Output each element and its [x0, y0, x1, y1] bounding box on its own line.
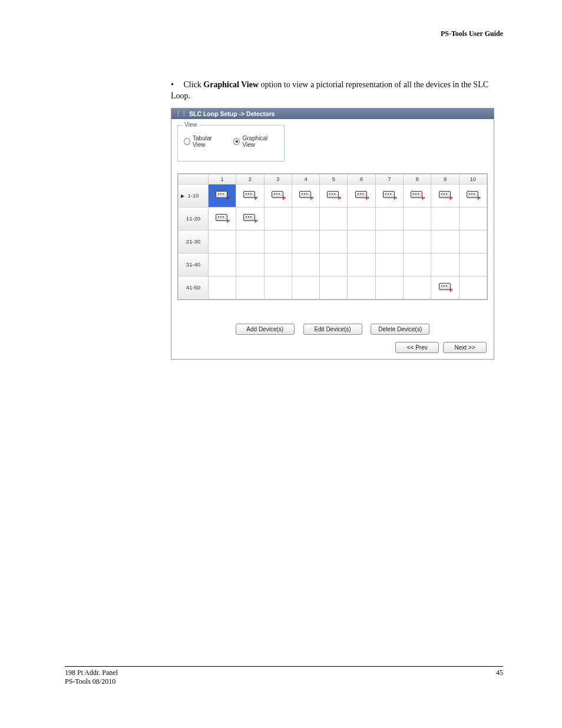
grid-col-header[interactable]: 9 [431, 174, 459, 184]
device-cell[interactable] [404, 276, 431, 299]
next-button[interactable]: Next >> [443, 342, 487, 353]
device-cell[interactable] [459, 253, 487, 276]
detector-icon: P [355, 190, 368, 200]
device-cell[interactable] [209, 276, 236, 299]
device-cell[interactable]: P [320, 184, 348, 207]
window-title: SLC Loop Setup -> Detectors [189, 110, 275, 117]
grid-col-header[interactable]: 2 [236, 174, 264, 184]
radio-icon [233, 138, 240, 145]
device-cell[interactable] [209, 230, 236, 253]
device-cell[interactable]: P [431, 276, 459, 299]
detector-icon: P [467, 190, 480, 200]
detector-icon: P [243, 213, 256, 223]
detector-icon: P [216, 190, 229, 200]
grid-col-header[interactable]: 7 [375, 174, 403, 184]
device-cell[interactable] [348, 230, 375, 253]
footer-line1: 198 Pt Addr. Panel [65, 668, 118, 677]
tabular-view-radio[interactable]: Tabular View [184, 135, 223, 148]
device-cell[interactable] [292, 276, 319, 299]
device-cell[interactable] [375, 276, 403, 299]
grid-row-header[interactable]: ▶1-10 [178, 184, 209, 207]
action-button-row: Add Device(s) Edit Device(s) Delete Devi… [171, 324, 494, 335]
device-cell[interactable] [292, 230, 319, 253]
device-cell[interactable]: P [292, 184, 319, 207]
grid-row-header[interactable]: 21-30 [178, 230, 209, 253]
device-cell[interactable] [375, 207, 403, 230]
grid-col-header[interactable]: 8 [404, 174, 431, 184]
detector-icon: P [327, 190, 340, 200]
device-cell[interactable] [292, 207, 319, 230]
device-cell[interactable] [236, 253, 264, 276]
device-cell[interactable] [375, 230, 403, 253]
device-cell[interactable] [264, 253, 292, 276]
device-cell[interactable] [320, 207, 348, 230]
device-cell[interactable] [404, 253, 431, 276]
device-cell[interactable]: P [375, 184, 403, 207]
delete-devices-button[interactable]: Delete Device(s) [371, 324, 429, 335]
device-cell[interactable] [236, 276, 264, 299]
grid-col-header[interactable]: 10 [459, 174, 487, 184]
detector-icon: P [411, 190, 424, 200]
device-cell[interactable] [459, 230, 487, 253]
grid-col-header[interactable]: 6 [348, 174, 375, 184]
device-cell[interactable] [348, 253, 375, 276]
detector-icon: P [243, 190, 256, 200]
view-legend: View [183, 121, 199, 128]
device-cell[interactable] [264, 276, 292, 299]
device-cell[interactable]: P [236, 184, 264, 207]
device-cell[interactable]: P [431, 184, 459, 207]
page-header: PS-Tools User Guide [65, 29, 503, 38]
device-cell[interactable] [292, 253, 319, 276]
device-cell[interactable]: P [459, 184, 487, 207]
grid-col-header[interactable]: 1 [209, 174, 236, 184]
prev-button[interactable]: << Prev [395, 342, 439, 353]
device-cell[interactable] [404, 230, 431, 253]
device-cell[interactable] [459, 276, 487, 299]
device-cell[interactable]: P [209, 207, 236, 230]
grid-col-header[interactable]: 4 [292, 174, 319, 184]
device-cell[interactable] [236, 230, 264, 253]
device-cell[interactable] [209, 253, 236, 276]
edit-devices-button[interactable]: Edit Device(s) [303, 324, 362, 335]
detector-icon: P [216, 213, 229, 223]
app-window: ⋮⋮ SLC Loop Setup -> Detectors View Tabu… [171, 108, 494, 360]
add-devices-button[interactable]: Add Device(s) [236, 324, 295, 335]
grid-row-header[interactable]: 41-50 [178, 276, 209, 299]
device-grid: 12345678910▶1-10PPPPPPPPPP11-20PP21-3031… [177, 173, 488, 300]
detector-icon: P [439, 282, 452, 292]
device-cell[interactable] [320, 230, 348, 253]
nav-button-row: << Prev Next >> [171, 342, 494, 359]
detector-icon: P [439, 190, 452, 200]
device-cell[interactable] [431, 207, 459, 230]
row-selector-arrow-icon: ▶ [181, 193, 184, 198]
device-cell[interactable] [320, 276, 348, 299]
grid-corner [178, 174, 209, 184]
graphical-view-radio[interactable]: Graphical View [233, 135, 278, 148]
page-number: 45 [496, 668, 503, 686]
view-groupbox: View Tabular View Graphical View [177, 125, 285, 162]
grid-col-header[interactable]: 5 [320, 174, 348, 184]
footer-line2: PS-Tools 08/2010 [65, 677, 115, 686]
device-cell[interactable] [459, 207, 487, 230]
grid-col-header[interactable]: 3 [264, 174, 292, 184]
device-cell[interactable]: P [209, 184, 236, 207]
device-cell[interactable] [264, 207, 292, 230]
grid-row-header[interactable]: 31-40 [178, 253, 209, 276]
device-cell[interactable] [375, 253, 403, 276]
device-cell[interactable] [431, 230, 459, 253]
device-cell[interactable] [348, 207, 375, 230]
grip-icon: ⋮⋮ [175, 110, 187, 117]
device-cell[interactable] [404, 207, 431, 230]
device-cell[interactable]: P [236, 207, 264, 230]
detector-icon: P [299, 190, 312, 200]
grid-row-header[interactable]: 11-20 [178, 207, 209, 230]
device-cell[interactable] [348, 276, 375, 299]
tabular-view-label: Tabular View [193, 135, 223, 148]
device-cell[interactable] [431, 253, 459, 276]
radio-icon [184, 138, 190, 145]
device-cell[interactable] [320, 253, 348, 276]
device-cell[interactable]: P [264, 184, 292, 207]
device-cell[interactable]: P [404, 184, 431, 207]
device-cell[interactable] [264, 230, 292, 253]
device-cell[interactable]: P [348, 184, 375, 207]
